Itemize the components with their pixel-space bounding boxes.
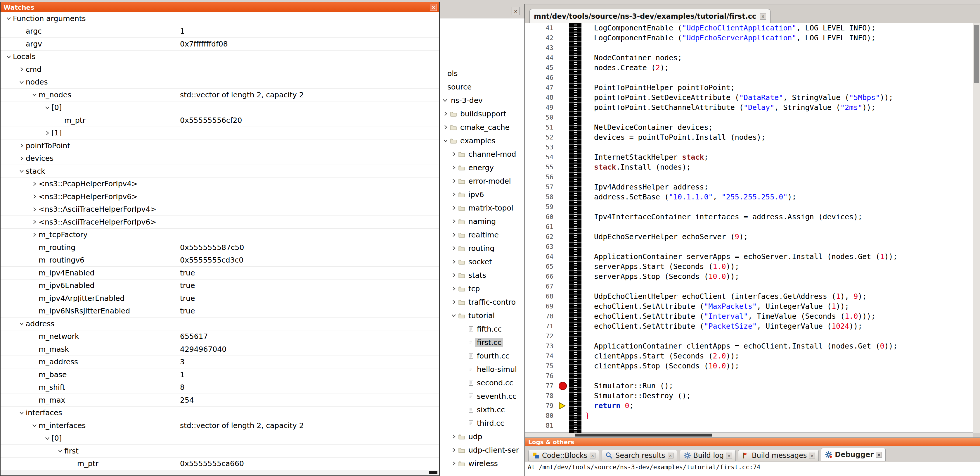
line-number[interactable]: 58 — [525, 192, 558, 202]
logs-tab-code-blocks[interactable]: Code::Blocks× — [528, 450, 599, 462]
editor-hscrollbar[interactable] — [525, 433, 973, 438]
line-number[interactable]: 80 — [525, 411, 558, 421]
watch-row[interactable]: argv0x7fffffffdf08 — [1, 38, 439, 51]
chevron-right-icon[interactable] — [450, 286, 458, 291]
watch-row[interactable]: devices — [1, 152, 439, 165]
tree-item[interactable]: examples — [440, 134, 525, 147]
line-number[interactable]: 67 — [525, 281, 558, 292]
tree-item[interactable]: second.cc — [440, 376, 525, 390]
chevron-right-icon[interactable] — [442, 125, 450, 130]
chevron-right-icon[interactable] — [450, 219, 458, 224]
breakpoint-marker[interactable] — [558, 382, 567, 390]
code-line[interactable]: 45 nodes.Create (2); — [525, 63, 973, 73]
code-line[interactable]: 77 Simulator::Run (); — [525, 381, 973, 391]
watch-row[interactable]: <ns3::PcapHelperForIpv4> — [1, 178, 439, 191]
code-line[interactable]: 68 UdpEchoClientHelper echoClient (inter… — [525, 292, 973, 302]
code-line[interactable]: 62 UdpEchoServerHelper echoServer (9); — [525, 232, 973, 242]
logs-tab-close-button[interactable]: × — [726, 453, 732, 458]
chevron-down-icon[interactable] — [441, 97, 449, 103]
chevron-right-icon[interactable] — [450, 178, 458, 184]
chevron-down-icon[interactable] — [56, 448, 64, 454]
line-number[interactable]: 45 — [525, 63, 558, 73]
code-line[interactable]: 61 — [525, 222, 973, 232]
logs-tab-build-log[interactable]: Build log× — [679, 450, 736, 462]
chevron-right-icon[interactable] — [450, 461, 458, 466]
watch-row[interactable]: <ns3::AsciiTraceHelperForIpv6> — [1, 216, 439, 228]
line-number[interactable]: 55 — [525, 162, 558, 172]
chevron-right-icon[interactable] — [30, 232, 38, 237]
chevron-right-icon[interactable] — [450, 232, 458, 237]
editor-hscrollbar-thumb[interactable] — [575, 434, 712, 436]
code-area[interactable]: 41 LogComponentEnable ("UdpEchoClientApp… — [525, 23, 973, 433]
watch-row[interactable]: [0] — [1, 101, 439, 114]
tree-item[interactable]: naming — [440, 215, 525, 228]
logs-tab-close-button[interactable]: × — [590, 453, 595, 458]
code-line[interactable]: 50 — [525, 113, 973, 123]
watch-row[interactable]: m_nodesstd::vector of length 2, capacity… — [1, 89, 439, 101]
logs-tab-debugger[interactable]: Debugger× — [821, 448, 886, 462]
watches-hscrollbar[interactable] — [1, 470, 439, 475]
watch-row[interactable]: nodes — [1, 76, 439, 89]
tree-item[interactable]: third.cc — [440, 416, 525, 430]
line-number[interactable]: 59 — [525, 202, 558, 212]
line-number[interactable]: 60 — [525, 212, 558, 222]
tree-item[interactable]: first.cc — [440, 335, 525, 349]
line-number[interactable]: 75 — [525, 361, 558, 371]
watch-row[interactable]: cmd — [1, 63, 439, 76]
tree-item[interactable]: channel-mod — [440, 147, 525, 161]
chevron-right-icon[interactable] — [450, 434, 458, 439]
tree-item[interactable]: socket — [440, 255, 525, 268]
watch-row[interactable]: m_shift8 — [1, 381, 439, 394]
watch-row[interactable]: m_base1 — [1, 368, 439, 381]
code-line[interactable]: 60 Ipv4InterfaceContainer interfaces = a… — [525, 212, 973, 222]
chevron-right-icon[interactable] — [43, 130, 51, 136]
chevron-down-icon[interactable] — [5, 54, 13, 59]
chevron-right-icon[interactable] — [450, 447, 458, 453]
watch-row[interactable]: Function arguments — [1, 12, 439, 25]
chevron-right-icon[interactable] — [450, 165, 458, 170]
watch-row[interactable]: m_routingv60x5555555cd3c0 — [1, 254, 439, 267]
line-number[interactable]: 64 — [525, 252, 558, 262]
logs-tab-search-results[interactable]: Search results× — [601, 450, 677, 462]
tree-item[interactable]: ns-3-dev — [440, 94, 525, 107]
line-number[interactable]: 71 — [525, 321, 558, 331]
code-line[interactable]: 66 serverApps.Stop (Seconds (10.0)); — [525, 272, 973, 281]
chevron-down-icon[interactable] — [442, 138, 450, 143]
code-line[interactable]: 53 — [525, 142, 973, 152]
watch-row[interactable]: [1] — [1, 127, 439, 140]
code-line[interactable]: 70 echoClient.SetAttribute ("Interval", … — [525, 311, 973, 321]
watch-row[interactable]: <ns3::AsciiTraceHelperForIpv4> — [1, 203, 439, 216]
watch-row[interactable]: m_tcpFactory — [1, 228, 439, 241]
code-line[interactable]: 56 — [525, 172, 973, 182]
line-number[interactable]: 66 — [525, 272, 558, 281]
line-number[interactable]: 62 — [525, 232, 558, 242]
code-line[interactable]: 71 echoClient.SetAttribute ("PacketSize"… — [525, 321, 973, 331]
code-line[interactable]: 47 PointToPointHelper pointToPoint; — [525, 83, 973, 93]
chevron-right-icon[interactable] — [30, 219, 38, 225]
watches-close-button[interactable]: × — [430, 4, 437, 11]
chevron-down-icon[interactable] — [18, 321, 26, 326]
chevron-down-icon[interactable] — [18, 80, 26, 85]
chevron-right-icon[interactable] — [18, 67, 26, 72]
code-line[interactable]: 43 — [525, 43, 973, 53]
watch-row[interactable]: stack — [1, 165, 439, 178]
code-line[interactable]: 52 devices = pointToPoint.Install (nodes… — [525, 133, 973, 142]
chevron-right-icon[interactable] — [450, 299, 458, 305]
tree-item[interactable]: realtime — [440, 228, 525, 241]
chevron-right-icon[interactable] — [30, 181, 38, 187]
code-line[interactable]: 42 LogComponentEnable ("UdpEchoServerApp… — [525, 33, 973, 43]
code-line[interactable]: 51 NetDeviceContainer devices; — [525, 123, 973, 133]
chevron-down-icon[interactable] — [5, 16, 13, 21]
line-number[interactable]: 76 — [525, 371, 558, 381]
code-line[interactable]: 74 clientApps.Start (Seconds (2.0)); — [525, 351, 973, 361]
tree-item[interactable]: wireless — [440, 457, 525, 470]
code-line[interactable]: 73 ApplicationContainer clientApps = ech… — [525, 341, 973, 351]
watch-row[interactable]: m_mask4294967040 — [1, 343, 439, 356]
watch-row[interactable]: pointToPoint — [1, 139, 439, 152]
editor-tab-first-cc[interactable]: mnt/dev/tools/source/ns-3-dev/examples/t… — [530, 9, 770, 23]
code-line[interactable]: 59 — [525, 202, 973, 212]
chevron-right-icon[interactable] — [450, 246, 458, 251]
editor-tab-close-button[interactable]: × — [760, 13, 766, 19]
watch-row[interactable]: first — [1, 445, 439, 458]
code-line[interactable]: 44 NodeContainer nodes; — [525, 53, 973, 63]
